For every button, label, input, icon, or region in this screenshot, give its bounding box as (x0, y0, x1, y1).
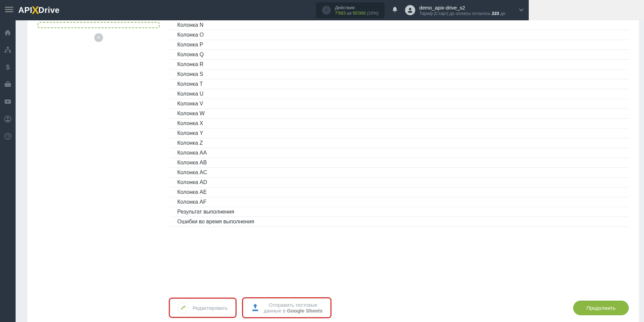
columns-list: Колонка NКолонка OКолонка PКолонка QКоло… (170, 20, 529, 264)
column-row[interactable]: Колонка AF (170, 197, 529, 207)
column-row[interactable]: Колонка V (170, 99, 529, 109)
column-row[interactable]: Колонка S (170, 69, 529, 79)
column-row[interactable]: Колонка AE (170, 187, 529, 197)
column-row[interactable]: Колонка N (170, 20, 529, 30)
svg-rect-2 (5, 11, 13, 12)
logo-drive: Drive (38, 5, 60, 15)
column-row[interactable]: Колонка Q (170, 50, 529, 60)
column-row[interactable]: Колонка AD (170, 178, 529, 187)
svg-text:$: $ (6, 63, 10, 71)
logo-api: API (18, 5, 33, 15)
svg-point-11 (7, 117, 9, 119)
column-row[interactable]: Колонка Z (170, 138, 529, 148)
info-icon: i (322, 6, 331, 15)
logo[interactable]: API X Drive (18, 4, 60, 17)
logo-x-icon: X (32, 4, 39, 17)
home-icon[interactable] (4, 29, 12, 38)
left-panel: + (27, 20, 170, 264)
avatar-icon (405, 5, 415, 15)
actions-usage-box[interactable]: i Действия: 7'893 из 50'000 (16%) (316, 2, 385, 18)
svg-rect-8 (5, 83, 11, 87)
dashed-dropzone[interactable] (38, 22, 160, 28)
svg-rect-0 (5, 7, 13, 8)
column-row[interactable]: Колонка T (170, 79, 529, 89)
column-row[interactable]: Колонка AA (170, 148, 529, 158)
column-row[interactable]: Колонка R (170, 60, 529, 69)
user-name: demo_apix-drive_s2 (419, 5, 505, 11)
column-row[interactable]: Колонка AC (170, 168, 529, 178)
column-row[interactable]: Колонка O (170, 30, 529, 40)
column-row[interactable]: Колонка W (170, 109, 529, 119)
connections-icon[interactable] (4, 46, 12, 55)
briefcase-icon[interactable] (4, 81, 12, 89)
app-header: API X Drive i Действия: 7'893 из 50'000 … (0, 0, 529, 20)
column-row[interactable]: Колонка X (170, 119, 529, 128)
chevron-down-icon (519, 7, 524, 13)
right-panel: Колонка NКолонка OКолонка PКолонка QКоло… (170, 20, 529, 264)
svg-rect-1 (5, 9, 13, 10)
column-row[interactable]: Колонка U (170, 89, 529, 99)
notifications-bell-icon[interactable] (391, 6, 398, 15)
help-icon[interactable]: ? (4, 133, 12, 141)
hamburger-menu-icon[interactable] (5, 5, 13, 15)
column-row[interactable]: Результат выполнения (170, 207, 529, 217)
column-row[interactable]: Ошибки во время выполнения (170, 217, 529, 227)
main-content: + Колонка NКолонка OКолонка PКолонка QКо… (16, 20, 529, 264)
svg-rect-4 (7, 47, 9, 48)
svg-rect-6 (9, 51, 11, 53)
youtube-icon[interactable] (4, 98, 12, 107)
actions-label: Действия: (335, 5, 379, 10)
user-plan: Тариф |Старт| до оплаты осталось 223 дн (419, 11, 505, 16)
svg-text:?: ? (7, 134, 9, 139)
svg-rect-5 (5, 51, 7, 53)
billing-icon[interactable]: $ (4, 63, 12, 72)
column-row[interactable]: Колонка P (170, 40, 529, 50)
column-row[interactable]: Колонка AB (170, 158, 529, 168)
add-button[interactable]: + (94, 33, 103, 42)
account-icon[interactable] (4, 115, 12, 124)
svg-point-3 (409, 8, 411, 10)
actions-numbers: 7'893 из 50'000 (16%) (335, 11, 379, 16)
sidebar: $ ? (0, 20, 16, 264)
column-row[interactable]: Колонка Y (170, 128, 529, 138)
user-menu[interactable]: demo_apix-drive_s2 Тариф |Старт| до опла… (405, 5, 524, 16)
